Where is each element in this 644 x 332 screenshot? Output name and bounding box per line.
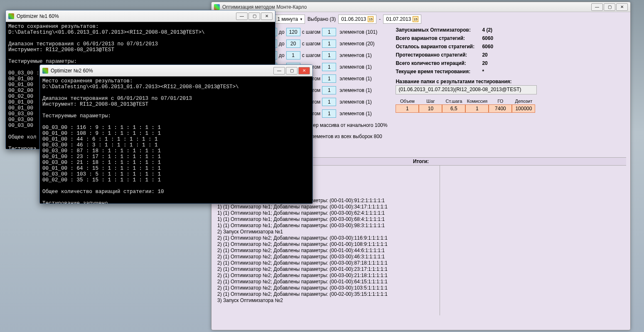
stat-value: 20 — [482, 60, 487, 66]
selected-label: Выбрано (3) — [307, 16, 336, 22]
header-col: Объем — [396, 98, 419, 104]
stat-label: Осталось вариантов стратегий: — [396, 44, 479, 50]
date-from-input[interactable]: 01.06.2013 15 — [338, 15, 376, 24]
header-val-input[interactable]: 10 — [419, 104, 442, 113]
stat-label: Протестированно стратегий: — [396, 52, 479, 58]
param-step-input[interactable]: 1 — [322, 74, 336, 83]
console2-title: Optimizer №2 60% — [51, 68, 273, 74]
param-step-input[interactable]: 1 — [322, 63, 336, 71]
stat-label: Текущее время тестирования: — [396, 69, 479, 74]
log-line: 3) Запуск Оптимизатора №2 — [217, 297, 438, 304]
param-step-input[interactable]: 1 — [322, 51, 336, 59]
maximize-button[interactable]: ▢ — [286, 67, 297, 74]
chevron-down-icon: ▼ — [300, 17, 303, 21]
param-elements-label: элементов (1) — [339, 87, 372, 93]
param-to-input[interactable]: 1 — [286, 51, 300, 59]
console1-title: Optimizer №1 60% — [17, 13, 236, 19]
param-elements-label: элементов (1) — [339, 52, 372, 58]
param-to-input[interactable]: 120 — [286, 28, 300, 36]
param-elements-label: элементов (20) — [339, 41, 374, 47]
close-button[interactable]: ✕ — [616, 3, 628, 11]
minimize-button[interactable]: — — [273, 67, 285, 74]
stat-value: * — [482, 69, 484, 74]
folder-input[interactable]: (01.06.2013_01.07.2013)(RI12_2008-08_201… — [396, 85, 537, 94]
console-titlebar-2[interactable]: Optimizer №2 60% — ▢ ✕ — [40, 65, 312, 77]
stat-row: Всего количество итераций:20 — [396, 60, 537, 66]
log-line: 2) (1) Оптимизатор №2; Добавлены парамет… — [217, 279, 438, 285]
minimize-button[interactable]: — — [236, 12, 248, 20]
stat-row: Текущее время тестирования:* — [396, 69, 537, 74]
log-line: 2) (1) Оптимизатор №2; Добавлены парамет… — [217, 266, 438, 273]
stat-label: Всего вариантов стратегий: — [396, 35, 479, 41]
header-col: Шаг — [419, 98, 442, 104]
close-button[interactable]: ✕ — [261, 12, 273, 20]
header-val-input[interactable]: 1 — [465, 104, 489, 113]
minimize-button[interactable]: — — [591, 3, 603, 11]
console2-body: Место сохранения результатов: D:\DataTes… — [40, 77, 312, 203]
console-titlebar-1[interactable]: Optimizer №1 60% — ▢ ✕ — [6, 10, 275, 22]
log-line: 1) (1) Оптимизатор №1; Добавлены парамет… — [217, 223, 438, 229]
header-col: ГО — [489, 98, 512, 104]
folder-label: Название папки с результатами тестирован… — [396, 79, 537, 84]
log-line: 2) (1) Оптимизатор №2; Добавлены парамет… — [217, 273, 438, 279]
header-val-input[interactable]: 1 — [396, 104, 419, 113]
results-pane — [440, 166, 626, 315]
param-elements-label: элементов (1) — [339, 111, 372, 116]
log-line: 2) (1) Оптимизатор №2; Добавлены парамет… — [217, 260, 438, 266]
header-col: Комиссия — [465, 98, 489, 104]
log-line: 2) (1) Оптимизатор №2; Добавлены парамет… — [217, 254, 438, 260]
param-elements-label: элементов (1) — [339, 64, 372, 70]
stat-row: Запускаемых Оптимизаторов:4 (2) — [396, 27, 537, 33]
app-icon — [214, 4, 220, 10]
stat-label: Всего количество итераций: — [396, 60, 479, 66]
param-to-input[interactable]: 20 — [286, 40, 300, 48]
calendar-icon: 15 — [368, 16, 374, 22]
console-window-2: Optimizer №2 60% — ▢ ✕ Место сохранения … — [39, 64, 313, 204]
header-val-input[interactable]: 100000 — [512, 104, 535, 113]
param-elements-label: элементов (101) — [339, 29, 377, 35]
param-step-input[interactable]: 1 — [322, 109, 336, 118]
log-line: 1) (1) Оптимизатор №1; Добавлены парамет… — [217, 204, 438, 210]
stat-value: 20 — [482, 52, 487, 58]
console-icon — [42, 68, 48, 74]
close-button[interactable]: ✕ — [298, 67, 310, 74]
date-to-input[interactable]: 01.07.2013 15 — [383, 15, 421, 24]
window-title: Оптимизация методом Монте-Карло — [222, 4, 591, 10]
stat-label: Запускаемых Оптимизаторов: — [396, 27, 479, 33]
log-line: 2) (1) Оптимизатор №2; Добавлены парамет… — [217, 291, 438, 297]
stat-row: Протестированно стратегий:20 — [396, 52, 537, 58]
stat-value: 6060 — [482, 35, 493, 41]
header-val-input[interactable]: 7400 — [489, 104, 512, 113]
param-step-input[interactable]: 1 — [322, 28, 336, 36]
maximize-button[interactable]: ▢ — [604, 3, 615, 11]
maximize-button[interactable]: ▢ — [248, 12, 260, 20]
param-elements-label: элементов (1) — [339, 99, 372, 105]
console-icon — [8, 13, 14, 19]
log-line: 2) (1) Оптимизатор №2; Добавлены парамет… — [217, 285, 438, 291]
param-step-input[interactable]: 1 — [322, 98, 336, 106]
stat-value: 6060 — [482, 44, 493, 50]
log-line: 2) (1) Оптимизатор №2; Добавлены парамет… — [217, 241, 438, 248]
header-col: Ст.шага — [442, 98, 465, 104]
log-line: 2) (1) Оптимизатор №2; Добавлены парамет… — [217, 248, 438, 254]
log-line: 2) (1) Оптимизатор №2; Добавлены парамет… — [217, 235, 438, 241]
param-elements-label: элементов (1) — [339, 76, 372, 82]
stat-row: Всего вариантов стратегий:6060 — [396, 35, 537, 41]
log-line: 1) (1) Оптимизатор №1; Добавлены парамет… — [217, 216, 438, 223]
param-step-input[interactable]: 1 — [322, 86, 336, 94]
stat-row: Осталось вариантов стратегий:6060 — [396, 44, 537, 50]
param-step-input[interactable]: 1 — [322, 40, 336, 48]
calendar-icon: 15 — [413, 16, 418, 22]
stat-value: 4 (2) — [482, 27, 492, 33]
header-col: Депозит — [512, 98, 535, 104]
log-line: 2) Запуск Оптимизатора №1 — [217, 229, 438, 235]
interval-label: 1 минута — [277, 16, 298, 22]
header-val-input[interactable]: 6,5 — [442, 104, 465, 113]
log-line: 1) (1) Оптимизатор №1; Добавлены парамет… — [217, 210, 438, 216]
